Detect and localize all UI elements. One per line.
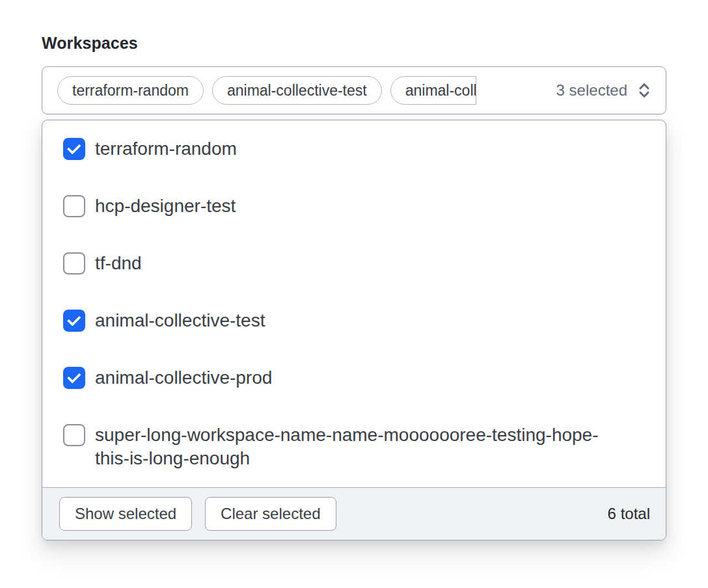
workspace-option[interactable]: super-long-workspace-name-name-moooooore…: [42, 407, 666, 487]
selected-tag-clipped[interactable]: animal-collective-prod: [390, 76, 476, 105]
show-selected-button[interactable]: Show selected: [59, 497, 192, 531]
chevron-up-down-icon: [636, 81, 653, 100]
option-label: animal-collective-test: [95, 309, 265, 332]
workspace-option[interactable]: animal-collective-prod: [42, 349, 666, 407]
checkbox-unchecked-icon[interactable]: [63, 195, 85, 217]
workspace-option[interactable]: terraform-random: [42, 120, 666, 178]
selected-tag[interactable]: animal-collective-test: [212, 76, 382, 105]
selected-count: 3 selected: [556, 81, 627, 100]
checkbox-unchecked-icon[interactable]: [63, 252, 85, 274]
workspaces-multiselect: Workspaces terraform-randomanimal-collec…: [0, 0, 708, 541]
workspace-option[interactable]: hcp-designer-test: [42, 178, 666, 235]
option-label: hcp-designer-test: [95, 194, 236, 218]
checkbox-checked-icon[interactable]: [63, 138, 85, 160]
options-list: terraform-randomhcp-designer-testtf-dnda…: [42, 120, 666, 487]
checkbox-checked-icon[interactable]: [63, 367, 85, 389]
multiselect-trigger[interactable]: terraform-randomanimal-collective-testan…: [42, 66, 666, 114]
total-count: 6 total: [608, 505, 650, 523]
listbox-footer: Show selected Clear selected 6 total: [42, 487, 666, 540]
selected-tag[interactable]: terraform-random: [57, 76, 204, 105]
clear-selected-button[interactable]: Clear selected: [205, 497, 336, 531]
workspace-option[interactable]: tf-dnd: [42, 235, 666, 292]
option-label: tf-dnd: [95, 252, 142, 275]
option-label: terraform-random: [95, 137, 237, 161]
options-dropdown: terraform-randomhcp-designer-testtf-dnda…: [42, 120, 666, 541]
workspace-option[interactable]: animal-collective-test: [42, 292, 666, 349]
workspaces-label: Workspaces: [42, 34, 666, 53]
selected-tags: terraform-randomanimal-collective-testan…: [57, 76, 476, 105]
option-label: animal-collective-prod: [95, 366, 272, 390]
checkbox-checked-icon[interactable]: [63, 310, 85, 332]
checkbox-unchecked-icon[interactable]: [63, 424, 85, 446]
option-label: super-long-workspace-name-name-moooooore…: [95, 423, 619, 470]
